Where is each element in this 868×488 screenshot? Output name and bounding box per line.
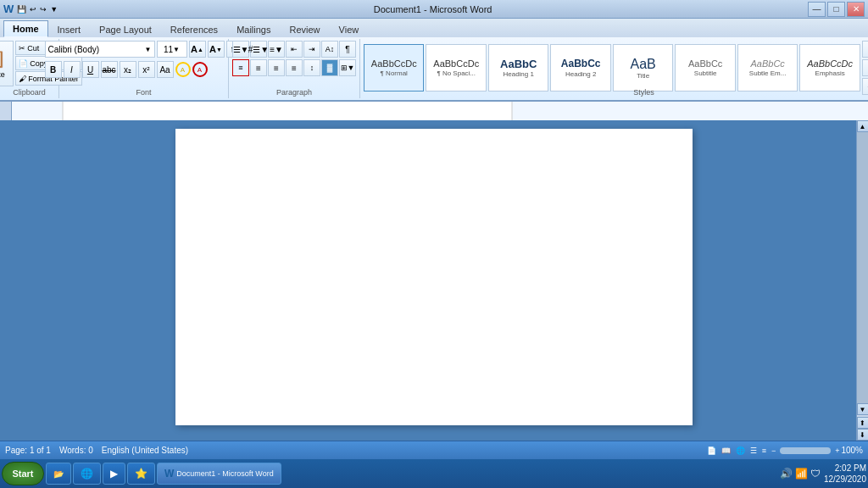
styles-navigation: ▲ ▼ ⋯ xyxy=(862,41,868,95)
view-fullscreen-icon[interactable]: 📖 xyxy=(721,446,731,455)
tab-references[interactable]: References xyxy=(161,20,227,37)
star-button[interactable]: ⭐ xyxy=(127,463,155,485)
change-case-button[interactable]: Aa xyxy=(157,61,174,78)
zoom-slider[interactable] xyxy=(780,447,831,454)
style-subtitle[interactable]: AaBbCc Subtitle xyxy=(675,44,735,92)
view-draft-icon[interactable]: ≡ xyxy=(762,446,766,455)
zoom-in-button[interactable]: + xyxy=(835,446,839,455)
quick-redo[interactable]: ↪ xyxy=(40,5,47,14)
styles-scroll-down[interactable]: ▼ xyxy=(862,59,868,76)
show-marks-button[interactable]: ¶ xyxy=(339,41,356,58)
align-buttons-row: ≡ ≡ ≡ ≡ ↕ ▓ ⊞▼ xyxy=(232,59,356,76)
status-bar: Page: 1 of 1 Words: 0 English (United St… xyxy=(0,441,868,459)
show-desktop-button[interactable]: 📂 xyxy=(46,463,71,485)
style-normal[interactable]: AaBbCcDc ¶ Normal xyxy=(364,44,424,92)
style-subtitle-preview: AaBbCc xyxy=(688,58,722,69)
tray-security-icon[interactable]: 🛡 xyxy=(810,468,821,480)
style-title[interactable]: AaB Title xyxy=(613,44,673,92)
paragraph-label: Paragraph xyxy=(229,88,359,97)
view-outline-icon[interactable]: ☰ xyxy=(750,446,757,455)
quick-dropdown[interactable]: ▼ xyxy=(50,5,58,14)
decrease-indent-button[interactable]: ⇤ xyxy=(286,41,303,58)
styles-scroll-up[interactable]: ▲ xyxy=(862,41,868,58)
scroll-track[interactable] xyxy=(857,132,869,403)
ribbon-tabs: Home Insert Page Layout References Maili… xyxy=(0,19,868,37)
zoom-out-button[interactable]: − xyxy=(771,446,776,455)
window-title: Document1 - Microsoft Word xyxy=(58,4,808,14)
tab-page-layout[interactable]: Page Layout xyxy=(90,20,161,37)
grow-font-button[interactable]: A▲ xyxy=(189,41,206,58)
document-page[interactable] xyxy=(175,129,693,425)
view-normal-icon[interactable]: 📄 xyxy=(707,446,716,455)
underline-button[interactable]: U xyxy=(82,61,99,78)
view-web-icon[interactable]: 🌐 xyxy=(736,446,745,455)
font-label: Font xyxy=(59,88,228,97)
font-size-dropdown[interactable]: 11 ▼ xyxy=(157,41,187,58)
strikethrough-button[interactable]: abc xyxy=(101,61,118,78)
highlight-button[interactable]: A xyxy=(175,62,191,77)
subscript-button[interactable]: x₂ xyxy=(120,61,136,78)
increase-indent-button[interactable]: ⇥ xyxy=(303,41,320,58)
style-no-spacing[interactable]: AaBbCcDc ¶ No Spaci... xyxy=(426,44,486,92)
scroll-page-down[interactable]: ⬇ xyxy=(857,429,869,441)
style-heading1[interactable]: AaBbC Heading 1 xyxy=(488,44,548,92)
align-left-button[interactable]: ≡ xyxy=(232,59,249,76)
style-heading1-preview: AaBbC xyxy=(500,58,537,71)
bullets-button[interactable]: ☰▼ xyxy=(232,41,249,58)
style-emphasis[interactable]: AaBbCcDc Emphasis xyxy=(799,44,860,92)
quick-undo[interactable]: ↩ xyxy=(30,5,36,14)
style-subtle-em-preview: AaBbCc xyxy=(750,58,784,69)
scroll-down-button[interactable]: ▼ xyxy=(857,403,869,415)
scroll-page-up[interactable]: ⬆ xyxy=(857,417,869,429)
shading-button[interactable]: ▓ xyxy=(321,59,338,76)
tab-review[interactable]: Review xyxy=(280,20,329,37)
style-no-spacing-label: ¶ No Spaci... xyxy=(437,69,476,77)
superscript-button[interactable]: x² xyxy=(138,61,155,78)
close-button[interactable]: ✕ xyxy=(847,2,865,17)
style-subtitle-label: Subtitle xyxy=(694,69,717,77)
left-margin xyxy=(0,120,12,441)
maximize-button[interactable]: □ xyxy=(827,2,845,17)
tab-home[interactable]: Home xyxy=(3,20,48,37)
line-spacing-button[interactable]: ↕ xyxy=(303,59,320,76)
tray-volume-icon[interactable]: 📶 xyxy=(795,468,808,480)
media-button[interactable]: ▶ xyxy=(103,463,125,485)
align-center-button[interactable]: ≡ xyxy=(250,59,267,76)
quick-save[interactable]: 💾 xyxy=(17,5,26,14)
multilevel-button[interactable]: ≡▼ xyxy=(268,41,285,58)
style-normal-preview: AaBbCcDc xyxy=(371,58,417,69)
style-title-label: Title xyxy=(637,72,649,80)
borders-button[interactable]: ⊞▼ xyxy=(339,59,356,76)
font-name-dropdown[interactable]: Calibri (Body) ▼ xyxy=(45,41,155,58)
sort-button[interactable]: A↕ xyxy=(321,41,338,58)
horizontal-ruler xyxy=(12,102,868,119)
numbering-button[interactable]: #☰▼ xyxy=(250,41,267,58)
status-right: 📄 📖 🌐 ☰ ≡ − + 100% xyxy=(707,446,863,455)
start-button[interactable]: Start xyxy=(2,462,44,485)
shrink-font-button[interactable]: A▼ xyxy=(208,41,225,58)
style-subtle-em-label: Subtle Em... xyxy=(749,69,787,77)
tray-network-icon[interactable]: 🔊 xyxy=(780,468,793,480)
tray-icons: 🔊 📶 🛡 xyxy=(780,468,821,480)
bold-button[interactable]: B xyxy=(45,61,62,78)
font-style-row: B I U abc x₂ x² Aa A A xyxy=(45,61,243,78)
ruler-area xyxy=(0,102,868,120)
tab-insert[interactable]: Insert xyxy=(48,20,91,37)
style-heading2-label: Heading 2 xyxy=(565,70,596,78)
justify-button[interactable]: ≡ xyxy=(286,59,303,76)
tab-view[interactable]: View xyxy=(330,20,369,37)
styles-label: Styles xyxy=(360,88,868,97)
style-heading2[interactable]: AaBbCc Heading 2 xyxy=(550,44,610,92)
minimize-button[interactable]: — xyxy=(808,2,826,17)
tab-mailings[interactable]: Mailings xyxy=(227,20,280,37)
font-color-button[interactable]: A xyxy=(192,62,208,77)
style-subtle-em[interactable]: AaBbCc Subtle Em... xyxy=(737,44,798,92)
ruler-corner xyxy=(0,102,12,120)
word-taskbar-button[interactable]: W Document1 - Microsoft Word xyxy=(157,463,281,485)
italic-button[interactable]: I xyxy=(64,61,81,78)
align-right-button[interactable]: ≡ xyxy=(268,59,285,76)
ie-button[interactable]: 🌐 xyxy=(73,463,101,485)
scroll-up-button[interactable]: ▲ xyxy=(857,120,869,132)
paste-button[interactable]: 📋 Paste xyxy=(0,41,14,86)
system-clock[interactable]: 2:02 PM12/29/2020 xyxy=(824,463,866,485)
